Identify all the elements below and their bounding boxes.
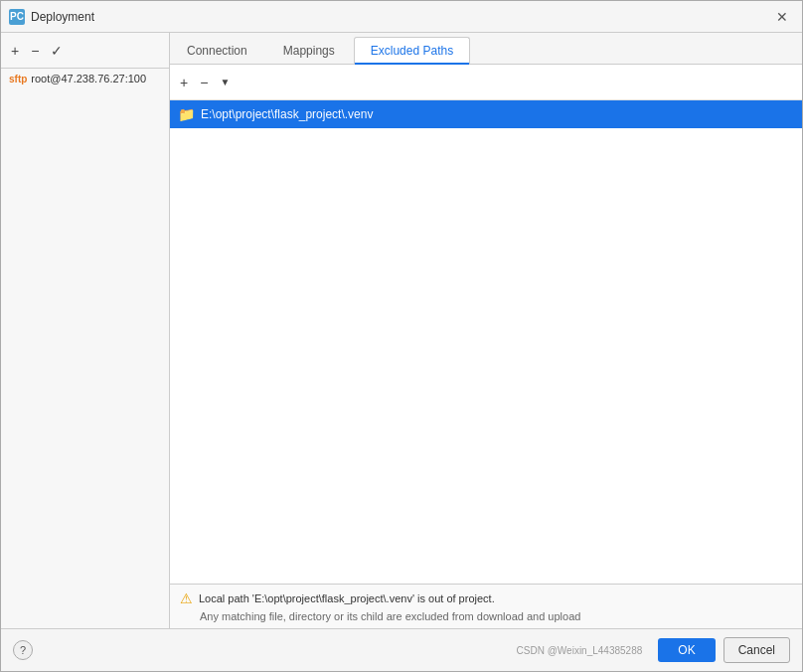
tab-mappings[interactable]: Mappings: [266, 37, 352, 64]
help-button[interactable]: ?: [13, 640, 33, 660]
path-panel: + − ▼ 📁 E:\opt\project\flask_project\.ve…: [170, 65, 802, 628]
footer-left: ?: [13, 640, 33, 660]
warning-message: ⚠ Local path 'E:\opt\project\flask_proje…: [180, 590, 792, 606]
warning-text: Local path 'E:\opt\project\flask_project…: [199, 592, 495, 604]
add-server-button[interactable]: +: [7, 41, 23, 61]
titlebar-left: PC Deployment: [9, 9, 94, 25]
tab-connection[interactable]: Connection: [170, 37, 264, 64]
dropdown-button[interactable]: ▼: [216, 75, 234, 89]
watermark: CSDN @Weixin_L44385288: [517, 645, 643, 656]
warning-icon: ⚠: [180, 590, 193, 606]
dialog-title: Deployment: [31, 10, 94, 24]
path-list: 📁 E:\opt\project\flask_project\.venv: [170, 100, 802, 584]
close-button[interactable]: ✕: [770, 7, 794, 27]
main-panel: Connection Mappings Excluded Paths + − ▼: [170, 33, 802, 628]
dialog-content: + − ✓ sftp root@47.238.76.27:100 Connect…: [1, 33, 802, 628]
app-icon: PC: [9, 9, 25, 25]
folder-icon: 📁: [178, 106, 195, 122]
add-path-button[interactable]: +: [176, 73, 192, 92]
status-area: ⚠ Local path 'E:\opt\project\flask_proje…: [170, 584, 802, 628]
titlebar: PC Deployment ✕: [1, 1, 802, 33]
tab-active-indicator: [355, 63, 469, 65]
server-label: root@47.238.76.27:100: [31, 73, 146, 84]
footer-right: CSDN @Weixin_L44385288 OK Cancel: [517, 637, 790, 663]
path-value: E:\opt\project\flask_project\.venv: [201, 107, 373, 121]
remove-path-button[interactable]: −: [196, 73, 212, 92]
sidebar-toolbar: + − ✓: [1, 33, 169, 69]
path-row[interactable]: 📁 E:\opt\project\flask_project\.venv: [170, 100, 802, 128]
sftp-icon: sftp: [9, 74, 27, 84]
server-item[interactable]: sftp root@47.238.76.27:100: [1, 69, 169, 88]
tab-bar: Connection Mappings Excluded Paths: [170, 33, 802, 65]
tab-excluded-paths[interactable]: Excluded Paths: [354, 37, 470, 64]
path-toolbar: + − ▼: [170, 65, 802, 100]
cancel-button[interactable]: Cancel: [723, 637, 790, 663]
ok-button[interactable]: OK: [658, 638, 715, 662]
footer: ? CSDN @Weixin_L44385288 OK Cancel: [1, 628, 802, 671]
deployment-dialog: PC Deployment ✕ + − ✓ sftp root@47.238.7…: [0, 0, 803, 672]
info-text: Any matching file, directory or its chil…: [180, 610, 792, 622]
check-server-button[interactable]: ✓: [47, 41, 67, 61]
remove-server-button[interactable]: −: [27, 41, 43, 61]
sidebar: + − ✓ sftp root@47.238.76.27:100: [1, 33, 170, 628]
